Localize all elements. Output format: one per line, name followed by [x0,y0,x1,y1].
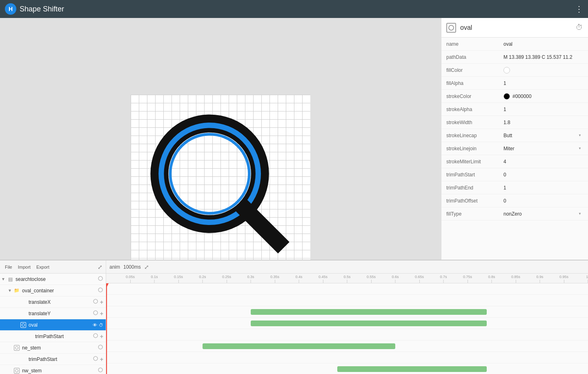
layer-item-oval_container[interactable]: ▼📁oval_container [0,285,106,296]
track-row-ne_stem [106,352,588,363]
right-header-left: oval [446,23,472,33]
ruler-tick-0.4s: 0.4s [295,275,302,283]
visibility-icon[interactable]: 👁 [93,323,97,327]
layer-actions-oval_container [98,287,103,294]
timeline-expand-icon[interactable]: ⤢ [144,264,149,270]
prop-input-strokeWidth[interactable] [503,118,583,127]
ruler-tick-0.05s: 0.05s [126,275,135,283]
track-row-translateX [106,306,588,318]
layer-label-trimPathStart_oval: trimPathStart [33,334,93,339]
prop-input-name[interactable] [503,40,583,49]
prop-row-strokeLinecap: strokeLinecapButtRoundSquare [441,129,588,142]
prop-label-name: name [446,41,503,47]
layer-label-translateY: translateY [27,311,93,316]
timeline-bar-translateY[interactable] [251,321,487,326]
layer-item-oval[interactable]: oval👁⏱ [0,319,106,331]
ruler-tick-0.9s: 0.9s [536,275,543,283]
import-menu[interactable]: Import [16,264,32,270]
header-menu-icon[interactable]: ⋮ [575,4,583,14]
prop-row-trimPathStart: trimPathStart [441,168,588,181]
file-menu[interactable]: File [3,264,14,270]
prop-input-trimPathStart[interactable] [503,170,583,179]
layer-actions-trimPathStart_ne: + [93,356,103,363]
layer-type-icon-oval [20,322,27,328]
layer-item-translateX[interactable]: translateX+ [0,296,106,308]
layer-expand-oval_container[interactable]: ▼ [7,288,13,293]
color-swatch-black[interactable] [503,93,510,100]
ruler-tick-0.6s: 0.6s [392,275,399,283]
maximize-button[interactable]: ⤢ [98,264,102,270]
layer-item-trimPathStart_ne[interactable]: trimPathStart+ [0,354,106,365]
track-row-translateY [106,318,588,329]
layer-item-trimPathStart_oval[interactable]: trimPathStart+ [0,331,106,342]
export-menu[interactable]: Export [35,264,51,270]
layer-item-translateY[interactable]: translateY+ [0,308,106,319]
svg-point-7 [94,311,98,315]
add-keyframe-icon[interactable]: + [100,299,103,305]
track-row-oval_container [106,295,588,306]
visibility-circle-icon[interactable] [93,310,98,317]
ruler-tick-0.7s: 0.7s [440,275,447,283]
prop-select-strokeLinejoin[interactable]: MiterRoundBevel [503,146,583,151]
visibility-circle-icon[interactable] [98,344,103,351]
svg-line-3 [246,210,278,242]
layer-indent: ▼▤ [0,276,14,282]
svg-point-2 [170,134,249,214]
prop-label-fillColor: fillColor [446,67,503,73]
prop-row-strokeColor: strokeColor#000000 [441,90,588,103]
visibility-circle-icon[interactable] [98,287,103,294]
right-panel-header: oval ⏱ [441,18,588,38]
prop-row-trimPathOffset: trimPathOffset [441,194,588,207]
prop-value-strokeLinejoin: MiterRoundBevel [503,146,583,151]
add-keyframe-icon[interactable]: + [100,333,103,340]
layer-actions-ne_stem [98,344,103,351]
layer-item-ne_stem[interactable]: ne_stem [0,342,106,354]
track-row-trimPathStart_oval [106,341,588,352]
prop-value-fillAlpha [503,79,583,88]
oval-type-icon [446,23,456,33]
ruler-tick-0.65s: 0.65s [415,275,424,283]
prop-value-strokeAlpha [503,105,583,114]
timeline-bar-translateX[interactable] [251,309,487,315]
color-swatch-empty[interactable] [503,67,510,73]
prop-value-strokeColor: #000000 [503,93,583,100]
prop-input-fillAlpha[interactable] [503,79,583,88]
layer-indent: ▼📁 [0,288,20,293]
svg-point-8 [94,334,98,338]
layer-expand-searchtoclose[interactable]: ▼ [0,277,7,281]
add-keyframe-icon[interactable]: + [100,356,103,363]
prop-row-strokeMiterLimit: strokeMiterLimit [441,155,588,168]
layer-item-nw_stem[interactable]: nw_stem [0,365,106,374]
prop-input-strokeMiterLimit[interactable] [503,157,583,166]
layer-label-oval_container: oval_container [20,288,98,294]
prop-value-strokeLinecap: ButtRoundSquare [503,133,583,138]
timeline-bar-trimPathStart_ne[interactable] [337,366,487,372]
visibility-circle-icon[interactable] [98,367,103,374]
layer-type-icon-oval_container: 📁 [13,288,20,293]
playhead[interactable] [106,283,107,374]
reset-icon[interactable]: ⏱ [576,23,583,32]
layer-actions-trimPathStart_oval: + [93,333,103,340]
visibility-circle-icon[interactable] [93,356,98,363]
ruler-tick-0.25s: 0.25s [222,275,231,283]
prop-input-trimPathOffset[interactable] [503,196,583,205]
prop-select-strokeLinecap[interactable]: ButtRoundSquare [503,133,583,138]
add-keyframe-icon[interactable]: + [100,310,103,317]
timeline-bar-trimPathStart_oval[interactable] [203,343,395,349]
layer-type-icon-searchtoclose: ▤ [7,276,14,282]
ruler-tick-0.8s: 0.8s [488,275,495,283]
app-title: Shape Shifter [20,5,64,13]
prop-input-strokeAlpha[interactable] [503,105,583,114]
ruler-tick-0.75s: 0.75s [463,275,472,283]
visibility-circle-icon[interactable] [93,333,98,340]
prop-input-trimPathEnd[interactable] [503,183,583,192]
prop-select-fillType[interactable]: nonZeroevenOdd [503,211,583,217]
visibility-circle-icon[interactable] [98,276,103,283]
layer-actions-nw_stem [98,367,103,374]
animate-icon[interactable]: ⏱ [99,323,103,327]
layer-label-translateX: translateX [27,299,93,305]
visibility-circle-icon[interactable] [93,298,98,305]
prop-input-pathData[interactable] [503,53,583,62]
layer-item-searchtoclose[interactable]: ▼▤searchtoclose [0,274,106,285]
prop-label-trimPathStart: trimPathStart [446,172,503,178]
